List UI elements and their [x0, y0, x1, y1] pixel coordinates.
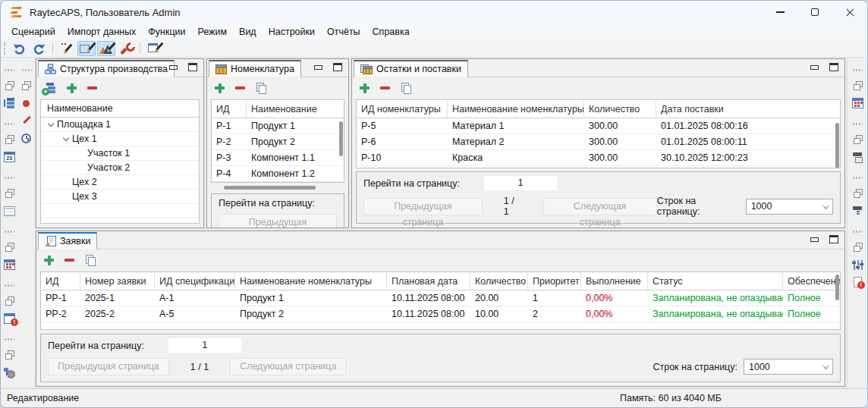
table-row[interactable]: PP-22025-2A-5Продукт 210.11.2025 08:0010… [41, 306, 840, 322]
add-row-button[interactable] [214, 83, 225, 94]
edit-pencil-button[interactable] [58, 41, 76, 56]
undo-button[interactable] [10, 41, 28, 56]
tree-row[interactable]: Участок 2 [41, 161, 199, 175]
dock-button-cascade-windows-icon[interactable] [852, 80, 863, 92]
page-input[interactable]: 1 [168, 338, 241, 353]
panel-minimize-button[interactable] [810, 65, 819, 70]
delete-row-button[interactable] [234, 83, 246, 94]
table-row[interactable]: P-10Краска300.0030.10.2025 12:00:23 [357, 150, 840, 166]
dock-button-equipment-icon[interactable] [852, 151, 863, 163]
menu-item-1[interactable]: Сценарий [5, 25, 61, 39]
add-child-node-button[interactable] [43, 82, 57, 94]
redo-button[interactable] [30, 41, 48, 56]
tree-row[interactable]: Участок 1 [41, 146, 199, 161]
dock-button-cascade-windows-icon[interactable] [4, 133, 15, 146]
dock-button-draw-pencil-icon[interactable] [21, 115, 32, 127]
column-header[interactable]: Наименование номенклатуры [235, 272, 387, 290]
tree-row[interactable]: Цех 1 [41, 132, 199, 146]
horizontal-scrollbar[interactable] [214, 186, 341, 190]
next-page-button[interactable]: Следующая страница [230, 358, 346, 375]
menu-item-3[interactable]: Функции [142, 25, 191, 39]
column-header[interactable]: Количество [584, 100, 656, 118]
minimize-button[interactable] [763, 1, 797, 24]
table-row[interactable]: PP-12025-1A-1Продукт 110.11.2025 08:0020… [41, 290, 840, 306]
rows-per-page-select[interactable]: 1000 [744, 359, 833, 375]
column-header[interactable]: Выполнение [581, 272, 648, 290]
panel-maximize-button[interactable] [188, 63, 197, 71]
dock-button-cascade-windows-icon[interactable] [852, 133, 863, 146]
dock-button-cascade-windows-icon[interactable] [4, 295, 15, 307]
copy-button[interactable] [400, 83, 412, 94]
table-row[interactable]: P-4Компонент 1.2 [212, 166, 344, 182]
panel-maximize-button[interactable] [333, 63, 342, 71]
column-header[interactable]: ИД номенклатуры [357, 100, 448, 118]
panel-minimize-button[interactable] [810, 237, 819, 242]
dock-button-record-dot-icon[interactable] [21, 97, 31, 109]
column-header[interactable]: Статус [648, 272, 783, 290]
menu-item-5[interactable]: Вид [233, 25, 263, 39]
table-row[interactable]: P-3Компонент 1.1 [212, 150, 344, 166]
menu-item-6[interactable]: Настройки [263, 25, 321, 39]
copy-button[interactable] [255, 83, 267, 94]
vertical-scrollbar[interactable] [835, 123, 839, 168]
dock-button-production-structure-icon[interactable] [3, 97, 15, 109]
panel-minimize-button[interactable] [314, 65, 322, 70]
close-button[interactable] [832, 1, 867, 24]
dock-button-cascade-windows-icon[interactable] [852, 187, 863, 199]
dock-button-log-alert-icon[interactable] [852, 276, 863, 288]
column-header[interactable]: Обеспечение [783, 272, 840, 290]
tree-row[interactable]: Цех 3 [41, 190, 199, 204]
column-header[interactable]: ИД спецификации [155, 272, 235, 290]
table-row[interactable]: P-9Материал 3300.0001.01.2025 00:00:16 [357, 166, 840, 168]
column-header[interactable]: ИД [41, 272, 80, 290]
table-row[interactable]: P-5Материал 1300.0001.01.2025 08:00:16 [357, 118, 840, 134]
table-row[interactable]: P-1Продукт 1 [212, 118, 344, 134]
column-header[interactable]: Номер заявки [80, 272, 155, 290]
repair-button[interactable] [117, 41, 135, 56]
tree-row[interactable]: Цех 2 [41, 175, 199, 190]
column-header[interactable]: Наименование номенклатуры [448, 100, 584, 118]
edit-chart-button[interactable] [97, 41, 115, 56]
dock-button-calendar-tasks-icon[interactable] [4, 259, 15, 271]
rows-per-page-select[interactable]: 1000 [746, 199, 833, 215]
delete-row-button[interactable] [64, 255, 75, 266]
add-row-button[interactable] [359, 83, 370, 94]
prev-page-button[interactable]: Предыдущая страница [363, 198, 483, 215]
menu-item-7[interactable]: Отчёты [321, 25, 366, 39]
dock-button-cascade-windows-icon[interactable] [4, 187, 15, 199]
chevron-down-icon[interactable] [61, 135, 72, 143]
maximize-button[interactable] [797, 1, 832, 24]
dock-button-cascade-windows-icon[interactable] [4, 241, 15, 253]
dock-button-filter-sliders-icon[interactable] [852, 259, 863, 271]
dock-button-equipment-load-icon[interactable] [852, 205, 863, 217]
column-header[interactable]: Наименование [247, 100, 344, 118]
prev-page-button[interactable]: Предыдущая страница [48, 358, 169, 375]
panel-minimize-button[interactable] [169, 65, 178, 70]
tree-row[interactable]: Площадка 1 [41, 118, 199, 132]
dock-button-cascade-windows-icon[interactable] [4, 349, 15, 361]
add-row-button[interactable] [43, 255, 55, 266]
delete-row-button[interactable] [86, 83, 98, 94]
table-row[interactable]: P-6Материал 2300.0001.01.2025 08:00:11 [357, 134, 840, 150]
tab-nomenclature[interactable]: Номенклатура [209, 60, 301, 77]
delete-row-button[interactable] [379, 83, 391, 94]
panel-maximize-button[interactable] [829, 63, 838, 71]
tab-production-structure[interactable]: Структура производства [38, 60, 175, 77]
chevron-down-icon[interactable] [46, 121, 57, 128]
vertical-scrollbar[interactable] [339, 121, 343, 156]
menu-item-8[interactable]: Справка [366, 25, 416, 39]
dock-button-schedule-list-icon[interactable] [4, 205, 15, 217]
add-row-button[interactable] [66, 83, 77, 94]
dock-button-calendar-tasks-icon[interactable] [852, 97, 863, 109]
menu-item-4[interactable]: Режим [192, 25, 234, 39]
copy-button[interactable] [84, 255, 96, 266]
prev-page-button[interactable]: Предыдущая страница [219, 214, 337, 228]
dock-button-clock-icon[interactable] [21, 132, 31, 144]
next-page-button[interactable]: Следующая страница [543, 198, 657, 215]
column-header[interactable]: Количество [470, 272, 528, 290]
tab-stocks-supplies[interactable]: Остатки и поставки [354, 60, 468, 77]
tab-orders[interactable]: Заявки [38, 232, 97, 250]
dock-button-operations-gear-icon[interactable] [3, 366, 15, 378]
dock-button-cascade-windows-icon[interactable] [4, 80, 15, 92]
edit-box-button[interactable] [77, 41, 96, 56]
